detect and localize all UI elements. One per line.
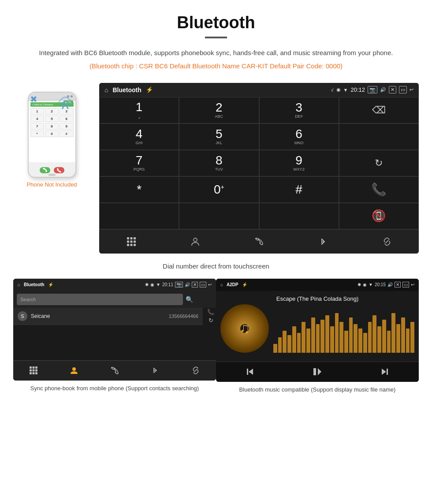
pb-keypad-icon [30, 366, 37, 374]
pb-win-icon[interactable]: ▭ [200, 282, 206, 287]
pb-contact-name: Seicane [31, 313, 165, 319]
volume-icon[interactable]: 🔊 [380, 87, 386, 93]
dial-backspace-button[interactable]: ⌫ [339, 97, 419, 123]
viz-bar [287, 335, 291, 353]
dial-key-star[interactable]: * [99, 176, 179, 203]
dial-nav-phone[interactable] [227, 230, 291, 254]
keypad-icon [127, 237, 136, 246]
music-vol-icon[interactable]: 🔊 [387, 282, 393, 287]
music-title: A2DP [227, 282, 238, 287]
phone-key-7: 7 [30, 123, 44, 130]
phone-red-btn [54, 167, 64, 173]
dial-nav-bluetooth[interactable] [291, 230, 355, 254]
page-description: Integrated with BC6 Bluetooth module, su… [26, 47, 406, 59]
pb-x-icon[interactable]: ✕ [192, 282, 198, 287]
dial-key-5[interactable]: 5 JKL [179, 123, 259, 150]
dial-empty-2 [99, 203, 179, 229]
pb-content: S Seicane 13566664466 📞 ↻ [13, 308, 216, 325]
svg-point-9 [194, 238, 197, 242]
pb-search-icon[interactable]: 🔍 [186, 296, 193, 303]
pb-search-input[interactable]: Search [17, 294, 183, 305]
camera-icon[interactable]: 📷 [368, 86, 377, 93]
phone-end-icon [56, 168, 62, 172]
svg-rect-14 [30, 370, 32, 372]
close-icon[interactable]: ✕ [389, 86, 396, 93]
dial-call-red-button[interactable]: 📵 [339, 203, 419, 229]
dial-key-9[interactable]: 9 WXYZ [259, 150, 339, 176]
viz-bar [349, 317, 353, 353]
dial-key-6[interactable]: 6 MNO [259, 123, 339, 150]
bluetooth-icon [318, 237, 328, 246]
dial-key-3[interactable]: 3 DEF [259, 97, 339, 123]
phone-bottom-buttons [29, 167, 75, 173]
dial-key-0[interactable]: 0+ [179, 176, 259, 203]
dial-nav-contacts[interactable] [163, 230, 227, 254]
music-visualizer [273, 304, 414, 353]
pb-side-phone-icon[interactable]: 📞 [207, 309, 214, 315]
pb-bluetooth-icon [151, 366, 159, 374]
viz-bar [316, 324, 320, 353]
dial-empty-1 [339, 123, 419, 150]
dial-screen: ⌂ Bluetooth ⚡ √ ◉ ▼ 20:12 📷 🔊 ✕ ▭ ↩ 1 ⌟ [99, 83, 419, 254]
svg-rect-4 [130, 240, 132, 243]
viz-bar [391, 313, 395, 353]
pb-back-icon[interactable]: ↩ [208, 282, 212, 287]
pb-camera-icon[interactable]: 📷 [175, 282, 183, 287]
svg-rect-11 [30, 366, 32, 369]
dial-key-hash[interactable]: # [259, 176, 339, 203]
phone-key-star: * [30, 131, 44, 137]
window-icon[interactable]: ▭ [399, 86, 407, 93]
dial-nav-link[interactable] [355, 230, 419, 254]
viz-bar [358, 329, 362, 353]
phone-keypad: 1 2 3 4 5 6 7 8 9 * 0 # [30, 108, 74, 137]
pb-vol-icon[interactable]: 🔊 [185, 282, 190, 287]
pb-signal-icon: ▼ [156, 282, 160, 287]
dial-key-8[interactable]: 8 TUV [179, 150, 259, 176]
pb-home-icon[interactable]: ⌂ [18, 282, 20, 287]
dial-key-2[interactable]: 2 ABC [179, 97, 259, 123]
music-back-icon[interactable]: ↩ [411, 282, 414, 287]
phone-container: ✖ MOTO + Add to Contacts 1 2 3 4 5 6 7 8 [13, 83, 90, 188]
pb-nav-link[interactable] [175, 361, 216, 381]
svg-rect-19 [35, 372, 37, 374]
phone-key-0: 0 [45, 131, 59, 137]
music-play-pause-button[interactable] [283, 362, 351, 382]
pb-nav-bluetooth[interactable] [135, 361, 175, 381]
pb-side-refresh-icon[interactable]: ↻ [209, 317, 213, 324]
page-title: Bluetooth [26, 13, 406, 32]
dial-call-green-button[interactable]: 📞 [339, 176, 419, 203]
music-status-bar: ⌂ A2DP ⚡ ✱ ◉ ▼ 20:15 🔊 ✕ ▭ ↩ [216, 279, 419, 291]
pb-person-icon [70, 366, 78, 374]
page-header: Bluetooth Integrated with BC6 Bluetooth … [0, 0, 432, 83]
viz-bar [273, 344, 277, 353]
dial-nav-keypad[interactable] [99, 230, 163, 254]
home-icon[interactable]: ⌂ [104, 86, 108, 93]
pb-nav-keypad[interactable] [13, 361, 54, 381]
viz-bar [325, 315, 329, 353]
music-time: 20:15 [375, 282, 386, 287]
svg-rect-17 [30, 372, 32, 374]
svg-rect-15 [33, 370, 35, 372]
music-home-icon[interactable]: ⌂ [220, 282, 223, 287]
music-prev-button[interactable] [216, 362, 283, 382]
dial-key-4[interactable]: 4 GHI [99, 123, 179, 150]
dial-key-7[interactable]: 7 PQRS [99, 150, 179, 176]
pb-nav-phone[interactable] [94, 361, 135, 381]
pb-contact-letter: S [18, 311, 27, 321]
phone-key-5: 5 [45, 116, 59, 122]
music-win-icon[interactable]: ▭ [402, 282, 409, 287]
music-signal-icon: ▼ [369, 282, 373, 287]
phone-key-9: 9 [60, 123, 73, 130]
pb-contact-row[interactable]: S Seicane 13566664466 [13, 308, 203, 325]
pb-nav-contacts-active[interactable] [54, 361, 94, 381]
viz-bar [410, 322, 414, 353]
svg-point-20 [72, 367, 76, 371]
dial-grid: 1 ⌟ 2 ABC 3 DEF ⌫ 4 GHI 5 JKL [99, 97, 419, 229]
music-x-icon[interactable]: ✕ [395, 282, 401, 287]
dial-key-1[interactable]: 1 ⌟ [99, 97, 179, 123]
back-icon[interactable]: ↩ [410, 87, 413, 93]
title-divider [205, 37, 227, 38]
pb-search-row: Search 🔍 [13, 291, 216, 308]
music-next-button[interactable] [351, 362, 419, 382]
dial-refresh-button[interactable]: ↻ [339, 150, 419, 176]
